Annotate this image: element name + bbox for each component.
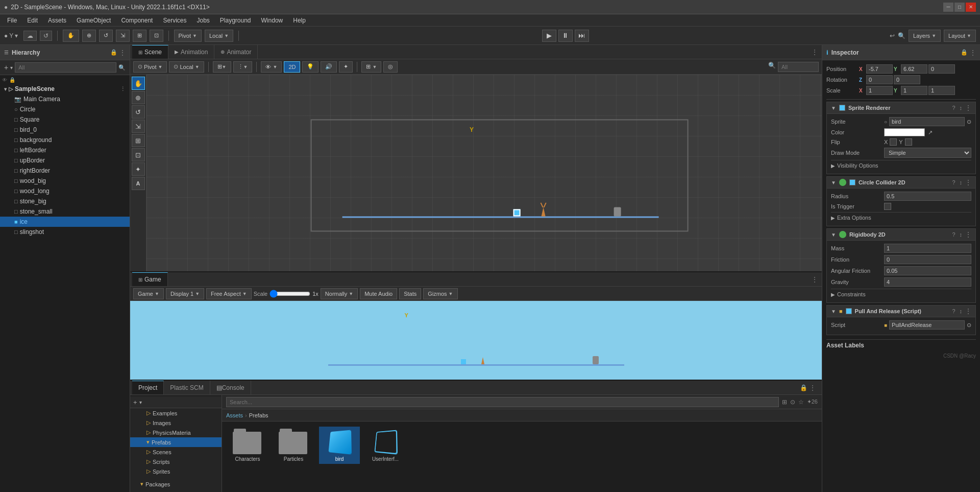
menu-services[interactable]: Services <box>159 16 190 25</box>
hierarchy-item-woodbig[interactable]: □ wood_big <box>0 176 130 186</box>
menu-gameobject[interactable]: GameObject <box>72 16 115 25</box>
layout-button[interactable]: Layout ▼ <box>944 30 976 42</box>
project-folder-examples[interactable]: ▷ Examples <box>130 408 222 418</box>
project-add-icon[interactable]: + <box>133 399 137 406</box>
hierarchy-item-leftborder[interactable]: □ leftBorder <box>0 145 130 155</box>
layers-button[interactable]: Layers ▼ <box>909 30 941 42</box>
project-star-icon[interactable]: ☆ <box>798 399 804 406</box>
tab-scene[interactable]: ⊞ Scene <box>132 45 168 59</box>
menu-component[interactable]: Component <box>117 16 157 25</box>
menu-window[interactable]: Window <box>257 16 287 25</box>
sr-check-icon[interactable] <box>839 105 845 111</box>
asset-item-bird[interactable]: bird <box>319 427 360 464</box>
gizmos-game-button[interactable]: Gizmos ▼ <box>423 288 457 299</box>
tool-custom[interactable]: ✦ <box>132 162 145 176</box>
scene-viewport[interactable]: Y <box>146 75 822 271</box>
tool-move[interactable]: ⊕ <box>132 91 145 104</box>
pos-x-input[interactable] <box>866 64 893 74</box>
normally-dropdown[interactable]: Normally ▼ <box>321 288 358 299</box>
tool-transform[interactable]: ⊡ <box>132 148 145 161</box>
minimize-button[interactable]: ─ <box>943 3 953 12</box>
tab-project[interactable]: Project <box>132 381 164 394</box>
project-search-input[interactable] <box>226 397 779 407</box>
audio-btn[interactable]: 🔊 <box>321 61 337 73</box>
scale-y-input[interactable] <box>901 86 927 95</box>
color-swatch[interactable] <box>884 128 925 136</box>
hand-tool-button[interactable]: ✋ <box>63 30 79 42</box>
tab-animator[interactable]: ⊕ Animator <box>214 45 258 59</box>
maximize-button[interactable]: □ <box>954 3 965 12</box>
scene-more-icon[interactable]: ⋮ <box>120 86 126 92</box>
rot-z-input[interactable] <box>866 75 893 84</box>
hierarchy-search-input[interactable] <box>15 62 116 73</box>
constraints-header[interactable]: ▶ Constraints <box>831 289 971 299</box>
game-tab-more[interactable]: ⋮ <box>810 274 820 285</box>
sr-overrides-icon[interactable]: ↕ <box>960 105 963 111</box>
project-folder-scenes[interactable]: ▷ Scenes <box>130 447 222 457</box>
scene-bird-object[interactable] <box>513 209 520 216</box>
project-more-icon[interactable]: ⋮ <box>810 384 816 391</box>
menu-help[interactable]: Help <box>289 16 310 25</box>
move-tool-button[interactable]: ⊕ <box>82 30 96 42</box>
local-button[interactable]: Local ▼ <box>205 30 233 42</box>
menu-jobs[interactable]: Jobs <box>192 16 213 25</box>
project-view-icon[interactable]: ⊞ <box>782 399 787 406</box>
cc-check-icon[interactable] <box>849 179 855 185</box>
project-add-arrow[interactable]: ▾ <box>139 400 142 405</box>
hierarchy-item-rightborder[interactable]: □ rightBorder <box>0 166 130 176</box>
tool-rotate[interactable]: ↺ <box>132 105 145 119</box>
pos-z-input[interactable] <box>928 64 955 74</box>
angular-friction-input[interactable] <box>884 266 971 275</box>
tab-plastic-scm[interactable]: Plastic SCM <box>164 381 210 394</box>
circle-collider-header[interactable]: ▼ Circle Collider 2D ? ↕ ⋮ <box>827 177 975 189</box>
hierarchy-item-bird0[interactable]: □ bird_0 <box>0 125 130 135</box>
hierarchy-item-woodlong[interactable]: □ wood_long <box>0 186 130 196</box>
cc-more-icon[interactable]: ⋮ <box>965 179 971 186</box>
hierarchy-item-samplescene[interactable]: ▾ ▷ SampleScene ⋮ <box>0 84 130 94</box>
transform-tool-button[interactable]: ⊡ <box>150 30 163 42</box>
hierarchy-more-icon[interactable]: ⋮ <box>119 49 126 56</box>
tab-console[interactable]: ▤ Console <box>210 381 251 394</box>
menu-assets[interactable]: Assets <box>44 16 70 25</box>
radius-input[interactable] <box>884 192 971 201</box>
gizmos-btn[interactable]: ⊞ ▼ <box>361 61 381 73</box>
hierarchy-item-maincamera[interactable]: 📷 Main Camera <box>0 94 130 104</box>
inspector-lock-icon[interactable]: 🔒 <box>961 49 968 56</box>
project-lock-icon[interactable]: 🔒 <box>800 384 807 391</box>
grid-btn[interactable]: ⊞ ▼ <box>213 61 231 73</box>
scale-slider[interactable] <box>270 290 310 298</box>
color-picker-icon[interactable]: ↗ <box>928 129 933 136</box>
drawmode-select[interactable]: Simple Sliced Tiled <box>884 148 971 158</box>
tab-animation[interactable]: ▶ Animation <box>168 45 214 59</box>
render-btn[interactable]: ◎ <box>383 61 398 73</box>
hierarchy-item-upborder[interactable]: □ upBorder <box>0 155 130 166</box>
pos-y-input[interactable] <box>901 64 927 74</box>
flip-y-checkbox[interactable] <box>905 138 912 146</box>
visibility-options-header[interactable]: ▶ Visibility Options <box>831 160 971 171</box>
2d-button[interactable]: 2D <box>284 61 300 73</box>
play-button[interactable]: ▶ <box>542 30 556 42</box>
tool-scale[interactable]: ⇲ <box>132 120 145 133</box>
asset-item-characters[interactable]: Characters <box>227 427 268 464</box>
cc-question-icon[interactable]: ? <box>952 179 955 185</box>
lock-all-icon[interactable]: 🔒 <box>9 77 15 83</box>
light-btn[interactable]: 💡 <box>302 61 318 73</box>
hierarchy-item-stonebig[interactable]: □ stone_big <box>0 196 130 206</box>
breadcrumb-assets[interactable]: Assets <box>226 412 243 418</box>
tool-text[interactable]: A <box>132 177 145 190</box>
gravity-input[interactable] <box>884 277 971 287</box>
menu-playground[interactable]: Playground <box>216 16 255 25</box>
search-icon[interactable]: 🔍 <box>898 32 905 39</box>
hierarchy-item-circle[interactable]: ○ Circle <box>0 104 130 114</box>
script-name-input[interactable] <box>889 320 965 330</box>
rect-tool-button[interactable]: ⊞ <box>133 30 146 42</box>
friction-input[interactable] <box>884 255 971 264</box>
scale-x-input[interactable] <box>866 86 893 95</box>
rb-overrides-icon[interactable]: ↕ <box>960 231 963 238</box>
hierarchy-item-square[interactable]: □ Square <box>0 114 130 125</box>
sr-question-icon[interactable]: ? <box>952 105 955 111</box>
rb-more-icon[interactable]: ⋮ <box>965 231 971 238</box>
pivot-dropdown[interactable]: ⊙ Pivot ▼ <box>133 61 167 73</box>
view-btn[interactable]: 👁 ▼ <box>261 61 282 73</box>
scene-tab-more[interactable]: ⋮ <box>810 46 820 58</box>
